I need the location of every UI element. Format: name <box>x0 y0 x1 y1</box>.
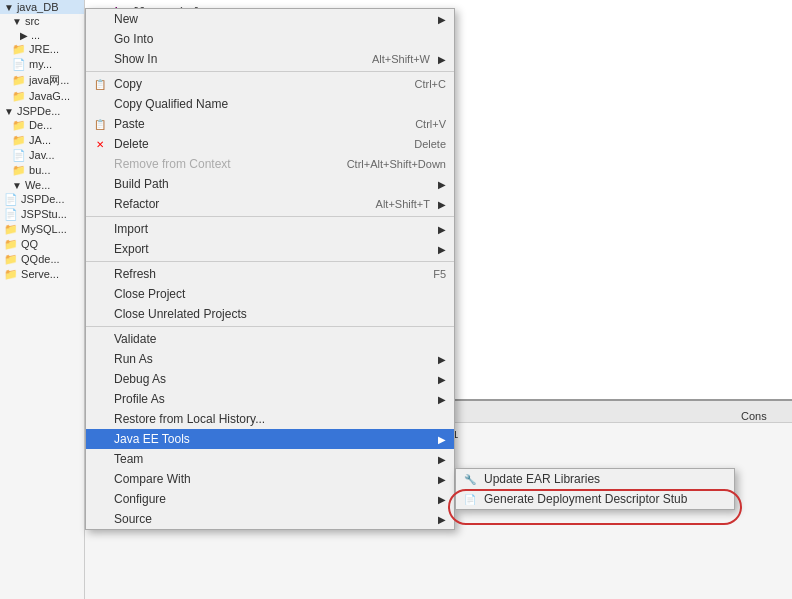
tree-item-qq[interactable]: 📁 QQ <box>0 237 84 252</box>
menu-item-build-path[interactable]: Build Path ▶ <box>86 174 454 194</box>
tree-item-qqde[interactable]: 📁 QQde... <box>0 252 84 267</box>
menu-item-paste[interactable]: 📋 Paste Ctrl+V <box>86 114 454 134</box>
submenu-arrow: ▶ <box>438 224 446 235</box>
submenu-arrow: ▶ <box>438 394 446 405</box>
tree-item-jav[interactable]: 📄 Jav... <box>0 148 84 163</box>
menu-item-remove-context: Remove from Context Ctrl+Alt+Shift+Down <box>86 154 454 174</box>
separator-1 <box>86 71 454 72</box>
tree-expand-icon: ▼ <box>12 180 22 191</box>
submenu-arrow: ▶ <box>438 434 446 445</box>
submenu-item-update-ear[interactable]: 🔧 Update EAR Libraries <box>456 469 734 489</box>
tree-expand-icon: ▼ <box>4 2 14 13</box>
menu-item-profile-as[interactable]: Profile As ▶ <box>86 389 454 409</box>
cons-tab-label: Cons <box>741 410 767 422</box>
submenu-arrow: ▶ <box>438 474 446 485</box>
menu-item-compare-with[interactable]: Compare With ▶ <box>86 469 454 489</box>
separator-3 <box>86 261 454 262</box>
tree-item-java-db[interactable]: ▼ java_DB <box>0 0 84 14</box>
submenu-item-generate-deployment[interactable]: 📄 Generate Deployment Descriptor Stub <box>456 489 734 509</box>
submenu-arrow: ▶ <box>438 494 446 505</box>
menu-item-team[interactable]: Team ▶ <box>86 449 454 469</box>
submenu-arrow: ▶ <box>438 14 446 25</box>
tree-item-javag[interactable]: 📁 JavaG... <box>0 89 84 104</box>
submenu-arrow: ▶ <box>438 199 446 210</box>
shortcut-refactor: Alt+Shift+T <box>376 198 430 210</box>
submenu-arrow: ▶ <box>438 244 446 255</box>
tree-expand-icon: ▼ <box>4 106 14 117</box>
tree-item-we[interactable]: ▼ We... <box>0 178 84 192</box>
tree-item-ja[interactable]: 📁 JA... <box>0 133 84 148</box>
menu-item-validate[interactable]: Validate <box>86 329 454 349</box>
shortcut-show-in: Alt+Shift+W <box>372 53 430 65</box>
separator-2 <box>86 216 454 217</box>
tree-item-src[interactable]: ▼ src <box>0 14 84 28</box>
tree-item-java-net[interactable]: 📁 java网... <box>0 72 84 89</box>
context-menu: New ▶ Go Into Show In Alt+Shift+W ▶ 📋 Co… <box>85 8 455 530</box>
shortcut-paste: Ctrl+V <box>415 118 446 130</box>
menu-item-show-in[interactable]: Show In Alt+Shift+W ▶ <box>86 49 454 69</box>
submenu-arrow: ▶ <box>438 54 446 65</box>
menu-item-go-into[interactable]: Go Into <box>86 29 454 49</box>
paste-icon: 📋 <box>92 116 108 132</box>
menu-item-import[interactable]: Import ▶ <box>86 219 454 239</box>
menu-item-delete[interactable]: ✕ Delete Delete <box>86 134 454 154</box>
menu-item-refactor[interactable]: Refactor Alt+Shift+T ▶ <box>86 194 454 214</box>
menu-item-copy[interactable]: 📋 Copy Ctrl+C <box>86 74 454 94</box>
menu-item-debug-as[interactable]: Debug As ▶ <box>86 369 454 389</box>
tree-item-pkg[interactable]: ▶ ... <box>0 28 84 42</box>
tree-item-jre[interactable]: 📁 JRE... <box>0 42 84 57</box>
menu-item-export[interactable]: Export ▶ <box>86 239 454 259</box>
ide-background: ▼ java_DB ▼ src ▶ ... 📁 JRE... 📄 my... 📁… <box>0 0 792 599</box>
menu-item-copy-qualified[interactable]: Copy Qualified Name <box>86 94 454 114</box>
menu-item-configure[interactable]: Configure ▶ <box>86 489 454 509</box>
tree-item-bu[interactable]: 📁 bu... <box>0 163 84 178</box>
shortcut-delete: Delete <box>414 138 446 150</box>
shortcut-remove: Ctrl+Alt+Shift+Down <box>347 158 446 170</box>
menu-item-java-ee-tools[interactable]: Java EE Tools ▶ <box>86 429 454 449</box>
submenu-arrow: ▶ <box>438 374 446 385</box>
menu-item-new[interactable]: New ▶ <box>86 9 454 29</box>
tree-item-jspde2[interactable]: 📄 JSPDe... <box>0 192 84 207</box>
submenu-arrow: ▶ <box>438 179 446 190</box>
tree-item-my[interactable]: 📄 my... <box>0 57 84 72</box>
tree-item-jspstu[interactable]: 📄 JSPStu... <box>0 207 84 222</box>
ear-icon: 🔧 <box>462 471 478 487</box>
shortcut-copy: Ctrl+C <box>415 78 446 90</box>
shortcut-refresh: F5 <box>433 268 446 280</box>
tree-item-de[interactable]: 📁 De... <box>0 118 84 133</box>
menu-item-close-project[interactable]: Close Project <box>86 284 454 304</box>
submenu-arrow: ▶ <box>438 514 446 525</box>
project-explorer: ▼ java_DB ▼ src ▶ ... 📁 JRE... 📄 my... 📁… <box>0 0 85 599</box>
submenu-arrow: ▶ <box>438 454 446 465</box>
menu-item-source[interactable]: Source ▶ <box>86 509 454 529</box>
tree-item-jspde[interactable]: ▼ JSPDe... <box>0 104 84 118</box>
menu-item-run-as[interactable]: Run As ▶ <box>86 349 454 369</box>
menu-item-refresh[interactable]: Refresh F5 <box>86 264 454 284</box>
separator-4 <box>86 326 454 327</box>
delete-icon: ✕ <box>92 136 108 152</box>
menu-item-close-unrelated[interactable]: Close Unrelated Projects <box>86 304 454 324</box>
copy-icon: 📋 <box>92 76 108 92</box>
descriptor-icon: 📄 <box>462 491 478 507</box>
submenu-java-ee-tools: 🔧 Update EAR Libraries 📄 Generate Deploy… <box>455 468 735 510</box>
tree-item-serve[interactable]: 📁 Serve... <box>0 267 84 282</box>
menu-item-restore-history[interactable]: Restore from Local History... <box>86 409 454 429</box>
tree-item-mysql[interactable]: 📁 MySQL... <box>0 222 84 237</box>
tree-expand-icon: ▼ <box>12 16 22 27</box>
tree-expand-icon: ▶ <box>20 30 28 41</box>
submenu-arrow: ▶ <box>438 354 446 365</box>
